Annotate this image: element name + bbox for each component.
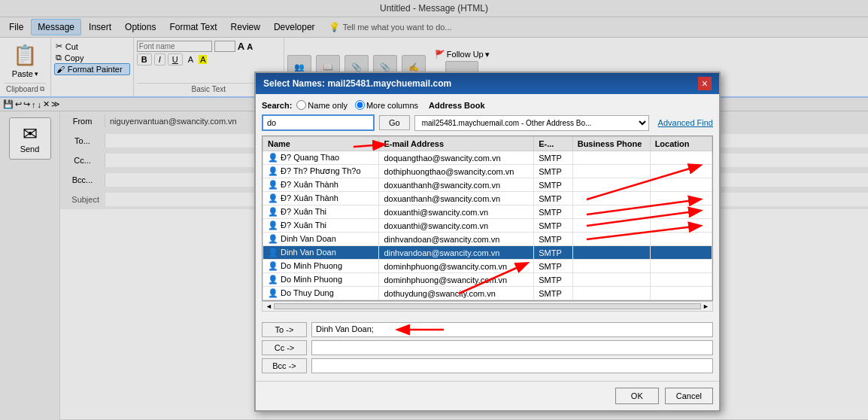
ok-button[interactable]: OK (615, 388, 659, 404)
cc-recipient-field[interactable] (311, 340, 713, 355)
dialog-title-text: Select Names: mail25481.maychuemail.com (263, 78, 451, 89)
bcc-recipient-field[interactable] (311, 358, 713, 373)
more-columns-radio-label[interactable]: More columns (355, 100, 418, 110)
address-book-label: Address Book (429, 101, 485, 110)
contact-type: SMTP (534, 151, 572, 165)
table-row[interactable]: 👤 Do Thuy Dung dothuydung@swancity.com.v… (263, 287, 712, 300)
person-icon: 👤 (268, 221, 278, 230)
contact-phone (572, 205, 650, 219)
cancel-button[interactable]: Cancel (665, 388, 713, 404)
contact-type: SMTP (534, 287, 572, 300)
select-names-dialog: Select Names: mail25481.maychuemail.com … (254, 72, 721, 412)
contact-email: dominhphuong@swancity.com.vn (379, 273, 534, 287)
contact-phone (572, 260, 650, 273)
cc-recipient-row: Cc -> (262, 340, 713, 355)
table-row[interactable]: 👤 Đ? Quang Thao doquangthao@swancity.com… (263, 151, 712, 165)
person-icon: 👤 (268, 288, 278, 297)
scroll-track[interactable] (274, 303, 701, 309)
search-radio-group: Name only More columns (296, 100, 418, 110)
contact-email: dinhvandoan@swancity.com.vn (379, 246, 534, 260)
to-recipient-button[interactable]: To -> (262, 322, 307, 337)
contact-phone (572, 273, 650, 287)
horizontal-scrollbar[interactable]: ◄ ► (262, 301, 713, 312)
contact-email: dothiphuongthao@swancity.com.vn (379, 165, 534, 178)
name-only-radio[interactable] (296, 100, 306, 110)
col-location[interactable]: Location (650, 137, 712, 151)
contact-location (650, 165, 712, 178)
contact-email: dinhvandoan@swancity.com.vn (379, 233, 534, 246)
go-button[interactable]: Go (379, 115, 410, 130)
person-icon: 👤 (268, 275, 278, 284)
table-row[interactable]: 👤 Dinh Van Doan dinhvandoan@swancity.com… (263, 233, 712, 246)
contact-type: SMTP (534, 192, 572, 205)
person-icon: 👤 (268, 193, 278, 202)
advanced-find-link[interactable]: Advanced Find (658, 118, 713, 127)
to-recipient-field[interactable]: Dinh Van Doan; (311, 322, 713, 337)
contact-name: 👤 Do Minh Phuong (263, 273, 379, 287)
contact-phone (572, 192, 650, 205)
contact-type: SMTP (534, 233, 572, 246)
table-row[interactable]: 👤 Do Minh Phuong dominhphuong@swancity.c… (263, 260, 712, 273)
contact-phone (572, 151, 650, 165)
search-options-row: Search: Name only More columns Address B… (262, 100, 713, 110)
contact-location (650, 287, 712, 300)
contact-phone (572, 219, 650, 233)
table-row[interactable]: 👤 Dinh Van Doan dinhvandoan@swancity.com… (263, 246, 712, 260)
table-row[interactable]: 👤 Đ? Xuân Thành doxuanthanh@swancity.com… (263, 192, 712, 205)
dialog-close-button[interactable]: × (698, 77, 712, 90)
contact-location (650, 273, 712, 287)
contact-name: 👤 Đ? Th? Phương Th?o (263, 165, 379, 178)
dialog-overlay: Select Names: mail25481.maychuemail.com … (0, 0, 868, 420)
contact-location (650, 151, 712, 165)
scroll-left-button[interactable]: ◄ (264, 303, 274, 310)
search-input[interactable] (262, 114, 375, 131)
contact-type: SMTP (534, 219, 572, 233)
contact-phone (572, 233, 650, 246)
name-only-radio-label[interactable]: Name only (296, 100, 348, 110)
contact-type: SMTP (534, 165, 572, 178)
more-columns-radio[interactable] (355, 100, 365, 110)
contact-phone (572, 178, 650, 192)
contact-phone (572, 165, 650, 178)
table-row[interactable]: 👤 Do Minh Phuong dominhphuong@swancity.c… (263, 273, 712, 287)
col-phone[interactable]: Business Phone (572, 137, 650, 151)
contact-name: 👤 Do Minh Phuong (263, 260, 379, 273)
contact-name: 👤 Dinh Van Doan (263, 233, 379, 246)
to-recipient-row: To -> Dinh Van Doan; (262, 322, 713, 337)
contact-name: 👤 Đ? Xuân Thi (263, 219, 379, 233)
table-row[interactable]: 👤 Đ? Xuân Thi doxuanthi@swancity.com.vn … (263, 205, 712, 219)
contact-type: SMTP (534, 273, 572, 287)
person-icon: 👤 (268, 234, 278, 243)
contact-table: Name E-mail Address E-... Business Phone… (263, 136, 712, 301)
contact-email: dominhphuong@swancity.com.vn (379, 260, 534, 273)
contact-email: doxuanthi@swancity.com.vn (379, 219, 534, 233)
contact-type: SMTP (534, 260, 572, 273)
table-row[interactable]: 👤 Đ? Th? Phương Th?o dothiphuongthao@swa… (263, 165, 712, 178)
contact-email: doxuanthanh@swancity.com.vn (379, 178, 534, 192)
col-name[interactable]: Name (263, 137, 379, 151)
contact-email: doxuanthanh@swancity.com.vn (379, 192, 534, 205)
contact-location (650, 246, 712, 260)
scroll-right-button[interactable]: ► (701, 303, 711, 310)
contact-table-container[interactable]: Name E-mail Address E-... Business Phone… (262, 135, 713, 301)
address-book-dropdown[interactable]: mail25481.maychuemail.com - Other Addres… (414, 115, 649, 131)
table-row[interactable]: 👤 Đ? Xuân Thành doxuanthanh@swancity.com… (263, 178, 712, 192)
col-etype[interactable]: E-... (534, 137, 572, 151)
app-window: Untitled - Message (HTML) File Message I… (0, 0, 868, 420)
contact-name: 👤 Dinh Van Doan (263, 246, 379, 260)
contact-email: doquangthao@swancity.com.vn (379, 151, 534, 165)
bcc-recipient-button[interactable]: Bcc -> (262, 358, 307, 373)
col-email[interactable]: E-mail Address (379, 137, 534, 151)
table-row[interactable]: 👤 Đ? Xuân Thi doxuanthi@swancity.com.vn … (263, 219, 712, 233)
contact-name: 👤 Do Thuy Dung (263, 287, 379, 300)
person-icon: 👤 (268, 248, 278, 257)
contact-type: SMTP (534, 178, 572, 192)
contact-type: SMTP (534, 246, 572, 260)
contact-email: dothuydung@swancity.com.vn (379, 287, 534, 300)
contact-name: 👤 Đ? Xuân Thành (263, 192, 379, 205)
contact-phone (572, 246, 650, 260)
contact-location (650, 178, 712, 192)
search-label: Search: (262, 101, 292, 110)
bcc-recipient-row: Bcc -> (262, 358, 713, 373)
cc-recipient-button[interactable]: Cc -> (262, 340, 307, 355)
